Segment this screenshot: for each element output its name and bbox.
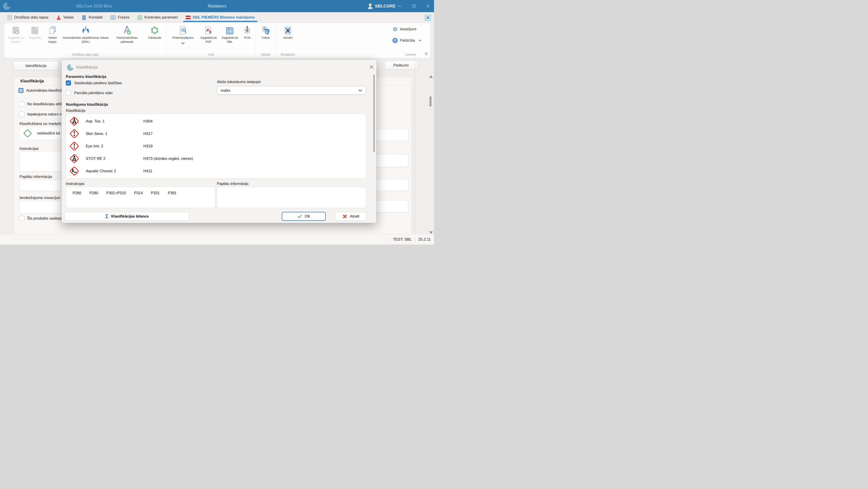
cancel-button[interactable]: Atcelt	[336, 212, 366, 221]
preview-button[interactable]: Priekšskatījums	[168, 24, 198, 45]
scroll-up-icon[interactable]	[429, 76, 433, 78]
tab-frazes[interactable]: Frāzes	[106, 12, 133, 23]
pcn-asterisk-icon	[243, 25, 252, 35]
partial-checkbox-row[interactable]: Parciāls pārrēķins videi	[66, 90, 113, 95]
classification-row[interactable]: STOT RE 2 H373 (dzirdes orgāni, nieres)	[66, 152, 366, 165]
p-statements-field[interactable]: P260 P280 P301+P310 P314 P331 P391	[66, 187, 215, 208]
close-window-button[interactable]	[424, 3, 432, 9]
restore-button[interactable]	[410, 3, 417, 9]
check-button[interactable]: Pārbaude	[144, 24, 165, 45]
classification-balance-button[interactable]: Σ Klasifikācijas bilance	[65, 212, 189, 221]
tab-vielas[interactable]: Vielas	[52, 12, 78, 23]
differs-checkbox-row[interactable]: No klasifikācijas atšķ	[19, 102, 63, 107]
p-statement[interactable]: P331	[151, 191, 160, 208]
group-menu-icon[interactable]	[425, 52, 428, 56]
close-tab-button[interactable]	[425, 15, 431, 21]
parameters-section-header: Parametru klasifikācija	[66, 75, 106, 79]
autofill-phrases-button[interactable]: Automātiskās aizpildīšanas frāzes (DDL)	[62, 24, 110, 45]
checkbox-unchecked[interactable]	[19, 216, 24, 221]
tab-ddl-piemers-active[interactable]: DDL PIEMĒRS Bīstams maisījums	[182, 12, 259, 23]
bg-right-field[interactable]	[374, 154, 408, 167]
building-icon	[82, 15, 87, 20]
final-section-header: Noslēguma klasifikācija	[66, 102, 108, 107]
classification-name: Eye Irrit. 2	[86, 144, 144, 148]
ribbon-group-label: Faili	[167, 53, 255, 58]
minimize-button[interactable]	[396, 3, 403, 9]
save-close-icon	[11, 25, 20, 35]
product-checkbox-row[interactable]: Šis produkts saskaņ	[19, 216, 62, 221]
checkbox-unchecked[interactable]	[19, 102, 24, 107]
bg-instructions-label: Instrukcijas	[20, 146, 39, 151]
help-button[interactable]: ? Palīdzība	[393, 38, 430, 43]
additive-checkbox-row[interactable]: Sastāvdaļu piedevu īpašības	[66, 80, 122, 86]
save-button[interactable]: Saglabāt	[26, 24, 43, 45]
bg-restriction-label: Ierobežojuma nosacījun	[20, 196, 60, 200]
sbl-floppy-icon	[225, 25, 234, 35]
classification-name: Asp. Tox. 1	[86, 119, 144, 124]
p-statement[interactable]: P260	[72, 191, 82, 208]
main-scrollbar-thumb[interactable]	[430, 96, 432, 107]
user-menu[interactable]: SBLCORE	[368, 0, 396, 12]
dialog-close-button[interactable]	[368, 63, 376, 71]
svg-text:?: ?	[394, 39, 396, 42]
ghs07-exclamation-mark-icon	[69, 128, 80, 139]
settings-label: Iestatījumi	[400, 27, 416, 31]
close-editor-button[interactable]: Aizvērt	[277, 24, 299, 45]
ribbon-button-label: Saglabāt kā PDF	[198, 36, 219, 45]
settings-gear-icon	[393, 27, 398, 32]
p-statement[interactable]: P314	[134, 191, 143, 208]
bg-right-field[interactable]	[374, 129, 408, 141]
empty-diamond-icon	[23, 128, 33, 138]
checkbox-checked[interactable]	[66, 80, 71, 86]
p-statement[interactable]: P391	[168, 191, 177, 208]
save-as-pdf-button[interactable]: Saglabāt kā PDF	[198, 24, 219, 45]
product-checkbox-label: Šis produkts saskaņ	[27, 216, 62, 221]
bg-right-field[interactable]	[374, 200, 408, 212]
tab-kontroles-parametri[interactable]: Kontroles parametri	[133, 12, 182, 23]
ok-button[interactable]: OK	[282, 212, 326, 221]
user-name: SBLCORE	[375, 4, 396, 9]
classification-name: STOT RE 2	[86, 156, 144, 161]
classification-row[interactable]: Asp. Tox. 1 H304	[66, 115, 366, 127]
dialog-logo-icon	[67, 64, 74, 71]
ghs07-exclamation-mark-icon	[69, 141, 80, 151]
classification-row[interactable]: Aquatic Chronic 2 H411	[66, 165, 366, 177]
section-tab-pielikumi[interactable]: Pielikumi	[384, 61, 417, 70]
checkbox-unchecked[interactable]	[19, 112, 24, 117]
preview-icon	[179, 25, 187, 35]
latvia-flag-icon	[186, 16, 191, 19]
instructions-label: Instrukcijas	[66, 181, 85, 186]
dialog-scrollbar-thumb[interactable]	[373, 75, 375, 152]
pcn-button[interactable]: PCN	[240, 24, 254, 45]
p-statement[interactable]: P280	[90, 191, 98, 208]
ribbon-group-lietotne: Iestatījumi ? Palīdzība Lietotne	[391, 23, 430, 58]
labeling-label: Klasificēšana un marķēš	[20, 121, 61, 126]
save-as-sbl-button[interactable]: Saglabāt kā SBL	[219, 24, 240, 45]
ribbon-group-valoda: A Tulkot Valoda	[255, 23, 276, 58]
section-tab-identifikacija[interactable]: Identifikācija	[13, 61, 59, 70]
auto-classification-row[interactable]: Automātiska klasificē	[18, 88, 62, 93]
bg-right-field[interactable]	[374, 179, 408, 191]
checkbox-unchecked[interactable]	[66, 90, 71, 95]
classification-row[interactable]: Skin Sens. 1 H317	[66, 127, 366, 140]
cancel-button-label: Atcelt	[350, 214, 359, 219]
tab-kontakti[interactable]: Kontakti	[78, 12, 106, 23]
auto-classification-icon	[18, 88, 24, 93]
classification-row[interactable]: Eye Irrit. 2 H319	[66, 140, 366, 152]
settings-button[interactable]: Iestatījumi	[393, 27, 430, 32]
spellcheck-button[interactable]: Pareizrakstības pārbaude	[110, 24, 144, 45]
ribbon-button-label: Saglabāt un aizvērt	[6, 36, 26, 45]
additional-info-field[interactable]	[217, 187, 366, 208]
ribbon-button-label: Tulkot	[261, 36, 270, 45]
acute-toxicity-select[interactable]: tvaiks	[217, 86, 366, 95]
gear-icon	[150, 25, 159, 35]
create-copy-button[interactable]: Veidot kopiju	[43, 24, 62, 45]
translate-button[interactable]: A Tulkot	[257, 24, 274, 45]
scroll-down-icon[interactable]	[429, 231, 433, 234]
save-and-close-button[interactable]: Saglabāt un aizvērt	[5, 24, 26, 45]
ribbon-group-label: Lietotne	[391, 53, 430, 56]
p-statement[interactable]: P301+P310	[106, 191, 126, 208]
tab-drosibas-datu-lapas[interactable]: Drošības datu lapas	[3, 12, 52, 23]
klasifikacija-dialog: Klasifikācija Parametru klasifikācija Sa…	[62, 60, 377, 223]
packaging-checkbox-row[interactable]: Iepakojuma saturs n	[19, 112, 62, 117]
